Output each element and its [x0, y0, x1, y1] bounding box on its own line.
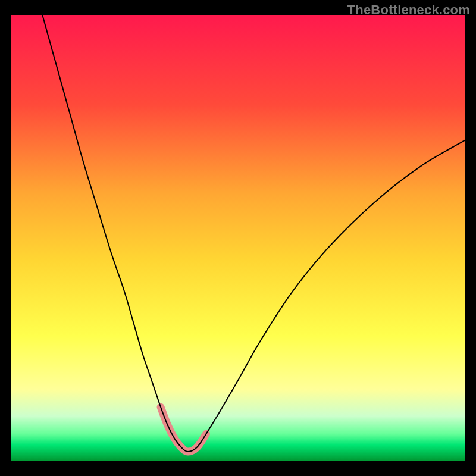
plot-background — [11, 15, 465, 461]
chart-stage: TheBottleneck.com — [0, 0, 476, 476]
bottleneck-chart — [0, 0, 476, 476]
